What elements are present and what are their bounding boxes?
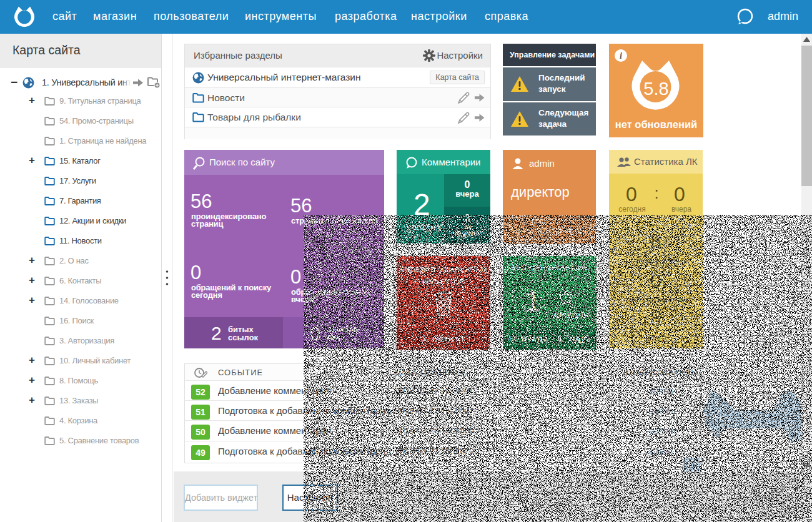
- svg-text:i: i: [620, 51, 622, 61]
